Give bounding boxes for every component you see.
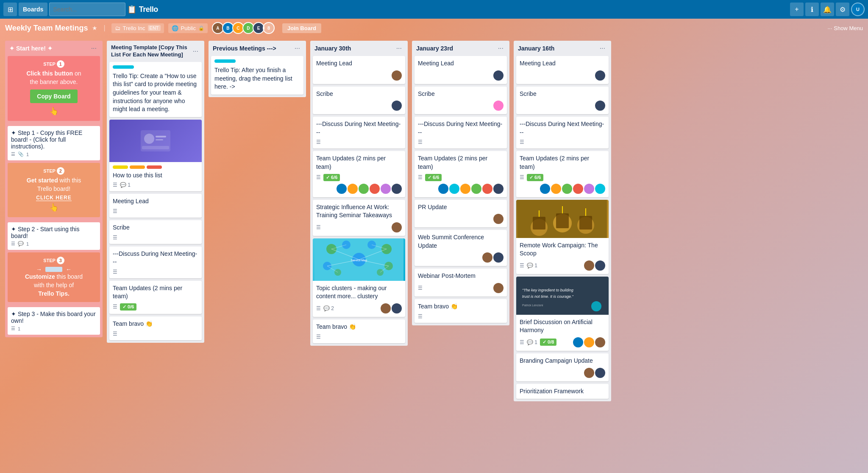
join-board-button[interactable]: Join Board — [282, 23, 321, 33]
step2-body: Get started with thisTrello board! — [12, 176, 96, 193]
step3-footer-card[interactable]: ✦ Step 3 - Make this board your own! ☰ 1 — [8, 307, 100, 335]
j16-prioritization-card[interactable]: Prioritization Framework — [516, 384, 609, 399]
j16-checklist-badge: ✓ 0/8 — [540, 339, 556, 346]
step2-footer-card[interactable]: ✦ Step 2 - Start using this board! ☰ 💬 1 — [8, 222, 100, 250]
j23-discuss-card[interactable]: ---Discuss During Next Meeting--- ☰ — [415, 117, 507, 148]
j16-lead-card[interactable]: Meeting Lead — [516, 56, 609, 84]
j16-quote-avatars — [573, 337, 605, 347]
j23-webinar-card[interactable]: Webinar Post-Mortem ☰ — [415, 269, 507, 297]
notification-button[interactable]: 🔔 — [821, 3, 834, 16]
list-menu-jan30[interactable]: ··· — [395, 44, 403, 53]
list-header-previous: Previous Meetings ---> ··· — [209, 41, 306, 56]
step1-card[interactable]: STEP 1 Click this button onthe banner ab… — [8, 56, 100, 121]
step3-arrows: → ← — [12, 266, 96, 273]
click-here-button[interactable]: CLICK HERE — [36, 195, 71, 201]
j16-updates-card[interactable]: Team Updates (2 mins per team) ☰ ✓ 6/6 — [516, 151, 609, 197]
j16-branding-card[interactable]: Branding Campaign Update — [516, 353, 609, 381]
pm-tip-card[interactable]: Trello Tip: After you finish a meeting, … — [211, 56, 303, 95]
comment3-count: 1 — [18, 326, 20, 331]
j30-strategic-card[interactable]: Strategic Influence At Work: Training Se… — [313, 200, 405, 236]
scribe-card[interactable]: Scribe ☰ — [109, 220, 202, 244]
j30-discuss-title: ---Discuss During Next Meeting--- — [316, 120, 402, 137]
j30-updates-title: Team Updates (2 mins per team) — [316, 154, 402, 171]
j30-topic-meta: ☰ 💬 2 — [316, 303, 402, 313]
member-count[interactable]: 8 — [263, 22, 275, 34]
info-button[interactable]: ℹ — [805, 3, 819, 16]
tip-card[interactable]: Trello Tip: Create a "How to use this li… — [109, 62, 202, 117]
j23-web-card[interactable]: Web Summit Conference Update — [415, 230, 507, 266]
j16-discuss-card[interactable]: ---Discuss During Next Meeting--- ☰ — [516, 117, 609, 148]
j16-scribe-card[interactable]: Scribe — [516, 87, 609, 115]
j16-quote-title: Brief Discussion on Artificial Harmony — [520, 318, 605, 335]
discuss-card[interactable]: ---Discuss During Next Meeting--- ☰ — [109, 246, 202, 278]
description-icon: ☰ — [113, 182, 117, 188]
j30-bravo-card[interactable]: Team bravo 👏 ☰ — [313, 319, 405, 343]
desc-icon: ☰ — [520, 339, 524, 345]
board-visibility[interactable]: 🌐 Public 🔒 — [168, 23, 208, 33]
how-to-use-inner: How to use this list ☰ 💬 1 — [109, 162, 202, 192]
j30-lead-title: Meeting Lead — [316, 59, 402, 68]
j23-scribe-avatar — [493, 101, 504, 111]
av13 — [573, 337, 583, 347]
team-bravo-card[interactable]: Team bravo 👏 ☰ — [109, 316, 202, 340]
j23-updates-card[interactable]: Team Updates (2 mins per team) ☰ ✓ 6/6 — [415, 151, 507, 197]
j16-quote-card[interactable]: "The key ingredient to building trust is… — [516, 277, 609, 351]
j30-bravo-title: Team bravo 👏 — [316, 323, 402, 331]
list-menu-previous[interactable]: ··· — [293, 44, 302, 53]
search-input[interactable] — [49, 3, 125, 16]
list-title-jan23: January 23rd — [416, 45, 453, 52]
av10 — [493, 252, 504, 263]
svg-rect-2 — [156, 136, 166, 137]
step3-footer-text: ✦ Step 3 - Make this board your own! — [11, 311, 97, 324]
list-menu-template[interactable]: ··· — [191, 47, 200, 56]
org-name: Trello Inc — [123, 25, 145, 31]
cursor-icon: 👆 — [12, 106, 96, 116]
board-star-button[interactable]: ★ — [92, 25, 97, 31]
step2-card[interactable]: STEP 2 Get started with thisTrello board… — [8, 163, 100, 217]
remote-inner: Remote Work Campaign: The Scoop ☰ 💬 1 — [516, 238, 609, 274]
board-org[interactable]: 🗂 Trello Inc ENT — [111, 23, 164, 33]
list-cards-previous: Trello Tip: After you finish a meeting, … — [209, 56, 306, 97]
j23-lead-avatar — [493, 70, 504, 81]
home-button[interactable]: ⊞ — [3, 3, 17, 16]
settings-button[interactable]: ⚙ — [836, 3, 849, 16]
list-menu-jan16[interactable]: ··· — [598, 44, 607, 53]
j30-checklist-badge: ✓ 6/6 — [323, 174, 340, 181]
tip-text: Trello Tip: Create a "How to use this li… — [113, 72, 198, 114]
j30-discuss-card[interactable]: ---Discuss During Next Meeting--- ☰ — [313, 117, 405, 148]
j23-pr-card[interactable]: PR Update — [415, 200, 507, 228]
j30-scribe-meta — [316, 101, 402, 111]
add-button[interactable]: + — [790, 3, 804, 16]
desc-icon: ☰ — [418, 285, 423, 291]
j30-topic-card[interactable]: Service Map — [313, 238, 405, 317]
j30-updates-card[interactable]: Team Updates (2 mins per team) ☰ ✓ 6/6 — [313, 151, 405, 197]
team-updates-card[interactable]: Team Updates (2 mins per team) ☰ ✓ 0/6 — [109, 281, 202, 314]
how-to-use-card[interactable]: How to use this list ☰ 💬 1 — [109, 120, 202, 192]
j23-bravo-card[interactable]: Team bravo 👏 ☰ — [415, 299, 507, 323]
j30-scribe-card[interactable]: Scribe — [313, 87, 405, 115]
list-title-previous: Previous Meetings ---> — [213, 45, 276, 52]
j30-lead-avatar — [392, 70, 402, 81]
meeting-lead-card[interactable]: Meeting Lead ☰ — [109, 194, 202, 218]
j23-scribe-card[interactable]: Scribe — [415, 87, 507, 115]
j30-topic-title: Topic clusters - making our content more… — [316, 284, 402, 301]
discuss-title: ---Discuss During Next Meeting--- — [113, 250, 198, 266]
j23-lead-card[interactable]: Meeting Lead — [415, 56, 507, 84]
svg-text:trust is not time. It is coura: trust is not time. It is courage." — [522, 294, 574, 299]
step3-card[interactable]: STEP 3 → ← Customize this boardwith the … — [8, 252, 100, 302]
list-cards-jan16: Meeting Lead Scribe ---Discuss During Ne… — [514, 56, 611, 401]
list-cards-jan23: Meeting Lead Scribe ---Discuss During Ne… — [412, 56, 509, 325]
j16-remote-card[interactable]: Remote Work Campaign: The Scoop ☰ 💬 1 — [516, 200, 609, 274]
copy-board-button[interactable]: Copy Board — [30, 90, 77, 103]
boards-button[interactable]: Boards — [19, 3, 47, 16]
av6 — [493, 184, 504, 194]
step1-footer-card[interactable]: ✦ Step 1 - Copy this FREE board! - (Clic… — [8, 126, 100, 160]
show-menu-button[interactable]: ··· Show Menu — [828, 25, 863, 31]
list-menu-jan23[interactable]: ··· — [496, 44, 505, 53]
paperclip-icon: 📎 — [18, 151, 24, 157]
user-avatar[interactable]: U — [851, 3, 865, 16]
list-title-start: ✦ Start here! ✦ — [9, 45, 53, 52]
j30-lead-card[interactable]: Meeting Lead — [313, 56, 405, 84]
j30-strategic-title: Strategic Influence At Work: Training Se… — [316, 203, 402, 220]
list-menu-start[interactable]: ··· — [89, 44, 98, 53]
